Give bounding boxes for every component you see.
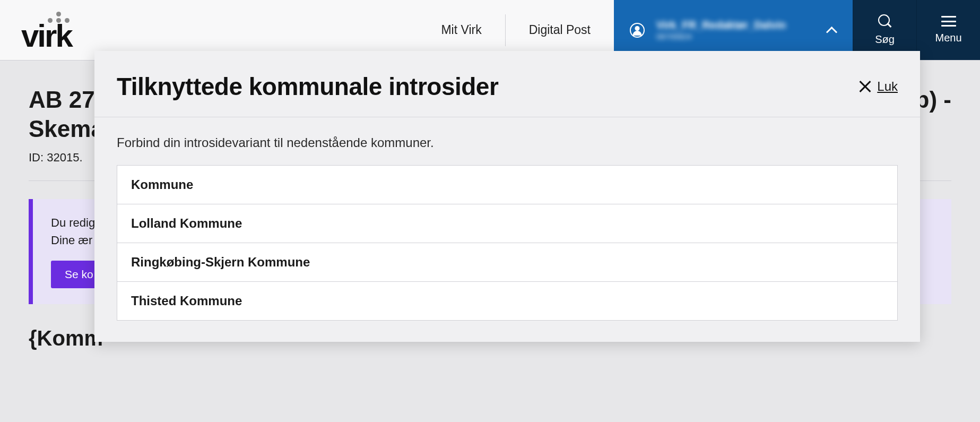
modal-body: Forbind din introsidevariant til nedenst…: [94, 117, 920, 321]
nav-mit-virk[interactable]: Mit Virk: [418, 15, 505, 46]
kommune-row[interactable]: Thisted Kommune: [117, 282, 897, 320]
user-icon: [630, 23, 645, 38]
chevron-up-icon: [826, 25, 837, 36]
nav-digital-post[interactable]: Digital Post: [506, 15, 614, 46]
modal-title: Tilknyttede kommunale introsider: [117, 72, 498, 101]
kommune-row[interactable]: Lolland Kommune: [117, 204, 897, 243]
search-label: Søg: [875, 33, 895, 46]
kommune-table-header: Kommune: [117, 166, 897, 204]
logo-text: virk: [21, 23, 72, 49]
modal-description: Forbind din introsidevariant til nedenst…: [117, 135, 898, 150]
hamburger-icon: [941, 16, 956, 27]
kommune-table: Kommune Lolland Kommune Ringkøbing-Skjer…: [117, 165, 898, 321]
kommune-row[interactable]: Ringkøbing-Skjern Kommune: [117, 243, 897, 282]
search-icon: [878, 14, 892, 28]
close-icon: [858, 80, 872, 93]
logo[interactable]: virk: [0, 0, 103, 60]
user-label: Virk_FR_Redaktør_Dalvin 08705824: [656, 19, 814, 42]
modal-header: Tilknyttede kommunale introsider Luk: [94, 51, 920, 117]
menu-button[interactable]: Menu: [916, 0, 980, 60]
modal-close-button[interactable]: Luk: [858, 79, 898, 94]
menu-label: Menu: [935, 32, 961, 44]
close-label: Luk: [877, 79, 898, 94]
modal-kommunale-introsider: Tilknyttede kommunale introsider Luk For…: [94, 51, 920, 342]
